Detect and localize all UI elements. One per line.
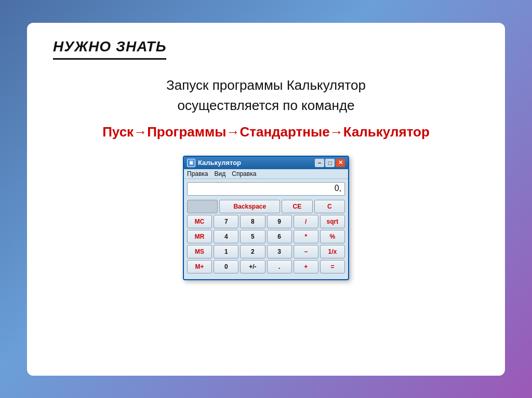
calculator-window: 🖩 Калькулятор − □ ✕ Правка Вид Справка 0… <box>183 156 349 280</box>
menu-vid[interactable]: Вид <box>215 170 226 177</box>
mul-button[interactable]: * <box>294 230 318 243</box>
calc-row-2: MC 7 8 9 / sqrt <box>187 215 345 228</box>
btn-6[interactable]: 6 <box>267 230 292 243</box>
calc-title-text: Калькулятор <box>198 159 241 167</box>
ms-button[interactable]: MS <box>187 245 212 258</box>
pct-button[interactable]: % <box>320 230 345 243</box>
div-button[interactable]: / <box>294 215 318 228</box>
menu-pravka[interactable]: Правка <box>187 170 208 177</box>
calc-row-5: M+ 0 +/- . + = <box>187 260 345 273</box>
inv-button[interactable]: 1/x <box>320 245 345 258</box>
mr-button[interactable]: MR <box>187 230 212 243</box>
slide: НУЖНО ЗНАТЬ Запуск программы Калькулятор… <box>27 23 505 376</box>
menu-spravka[interactable]: Справка <box>232 170 256 177</box>
btn-9[interactable]: 9 <box>267 215 292 228</box>
memory-display-area <box>187 200 218 213</box>
desc-line2: осуществляется по команде <box>177 98 354 113</box>
sqrt-button[interactable]: sqrt <box>320 215 345 228</box>
calc-menu: Правка Вид Справка <box>184 169 348 179</box>
calc-row-3: MR 4 5 6 * % <box>187 230 345 243</box>
calc-titlebar: 🖩 Калькулятор − □ ✕ <box>184 157 348 169</box>
btn-5[interactable]: 5 <box>240 230 265 243</box>
calc-body: Backspace CE C MC 7 8 9 / sqrt MR 4 5 6 … <box>184 198 348 279</box>
btn-2[interactable]: 2 <box>240 245 265 258</box>
btn-1[interactable]: 1 <box>214 245 238 258</box>
slide-title: НУЖНО ЗНАТЬ <box>53 38 166 60</box>
btn-8[interactable]: 8 <box>240 215 265 228</box>
backspace-button[interactable]: Backspace <box>219 200 280 213</box>
btn-0[interactable]: 0 <box>214 260 238 273</box>
command-line: Пуск→Программы→Стандартные→Калькулятор <box>102 124 430 140</box>
maximize-button[interactable]: □ <box>325 159 335 167</box>
calc-row-1: Backspace CE C <box>187 200 345 213</box>
pm-button[interactable]: +/- <box>240 260 265 273</box>
close-button[interactable]: ✕ <box>336 159 345 167</box>
minimize-button[interactable]: − <box>315 159 324 167</box>
eq-button[interactable]: = <box>320 260 345 273</box>
mc-button[interactable]: MC <box>187 215 212 228</box>
btn-7[interactable]: 7 <box>214 215 238 228</box>
dot-button[interactable]: . <box>267 260 292 273</box>
btn-4[interactable]: 4 <box>214 230 238 243</box>
calc-app-icon: 🖩 <box>187 159 195 167</box>
desc-line1: Запуск программы Калькулятор <box>166 77 366 93</box>
add-button[interactable]: + <box>294 260 318 273</box>
description: Запуск программы Калькулятор осуществляе… <box>166 75 366 116</box>
mplus-button[interactable]: M+ <box>187 260 212 273</box>
calc-display: 0, <box>187 182 345 196</box>
btn-3[interactable]: 3 <box>267 245 292 258</box>
c-button[interactable]: C <box>314 200 345 213</box>
ce-button[interactable]: CE <box>282 200 312 213</box>
calc-row-4: MS 1 2 3 − 1/x <box>187 245 345 258</box>
calc-title-left: 🖩 Калькулятор <box>187 159 241 167</box>
calc-title-buttons: − □ ✕ <box>315 159 345 167</box>
sub-button[interactable]: − <box>294 245 318 258</box>
